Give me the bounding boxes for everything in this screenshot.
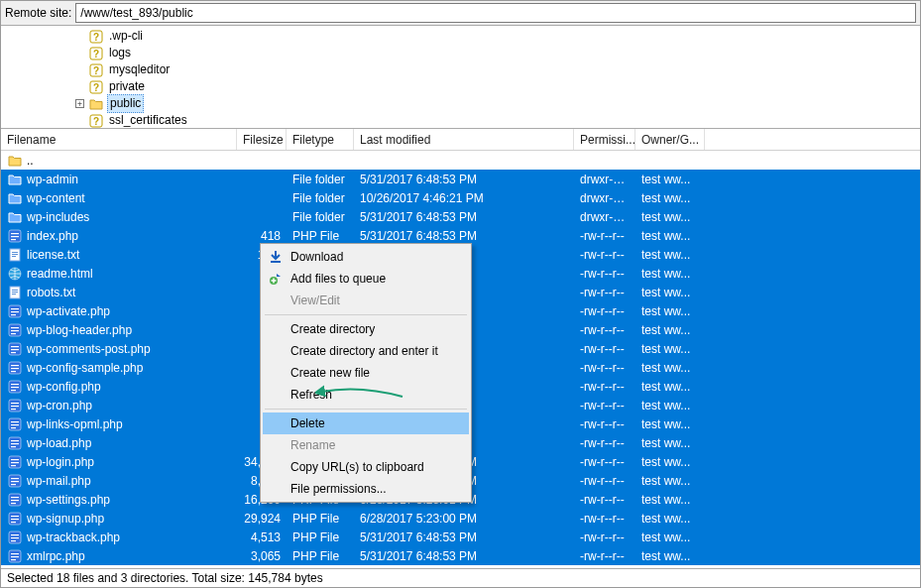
expand-icon[interactable]: +	[75, 99, 84, 108]
file-name-label: wp-signup.php	[27, 512, 104, 526]
menu-item-view-edit: View/Edit	[263, 290, 469, 311]
file-name-label: wp-activate.php	[27, 304, 110, 318]
svg-rect-64	[11, 497, 19, 498]
file-permissions-label: -rw-r--r--	[574, 530, 635, 544]
file-size-label: 418	[237, 229, 287, 243]
file-permissions-label: -rw-r--r--	[574, 474, 635, 488]
header-last-modified[interactable]: Last modified	[354, 129, 574, 150]
menu-item-rename: Rename	[263, 434, 469, 456]
php-icon	[7, 360, 23, 376]
svg-rect-60	[11, 478, 19, 479]
menu-item-file-permissions[interactable]: File permissions...	[263, 478, 469, 500]
file-owner-label: test ww...	[635, 455, 705, 469]
tree-node[interactable]: ?private	[1, 78, 920, 95]
folder-icon	[88, 96, 104, 112]
file-row[interactable]: xmlrpc.php3,065PHP File5/31/2017 6:48:53…	[1, 546, 920, 565]
tree-node[interactable]: +public	[1, 95, 920, 112]
header-filetype[interactable]: Filetype	[287, 129, 354, 150]
svg-rect-49	[11, 424, 19, 425]
file-row[interactable]: wp-trackback.php4,513PHP File5/31/2017 6…	[1, 528, 920, 546]
menu-item-refresh[interactable]: Refresh	[263, 384, 469, 406]
menu-item-download[interactable]: Download	[263, 246, 469, 268]
file-modified-label: 6/28/2017 5:23:00 PM	[354, 512, 574, 526]
php-icon	[7, 341, 23, 357]
file-name-label: wp-load.php	[27, 436, 91, 450]
svg-text:?: ?	[93, 82, 99, 93]
svg-rect-30	[11, 333, 16, 334]
svg-rect-54	[11, 446, 16, 447]
file-list-header[interactable]: Filename Filesize Filetype Last modified…	[1, 129, 920, 151]
file-name-label: readme.html	[27, 267, 93, 281]
svg-rect-45	[11, 406, 19, 407]
menu-item-label: Rename	[290, 438, 335, 452]
svg-rect-68	[11, 516, 19, 517]
menu-item-copy-url-s-to-clipboard[interactable]: Copy URL(s) to clipboard	[263, 456, 469, 478]
tree-node[interactable]: ?logs	[1, 45, 920, 61]
file-size-label: 4,513	[237, 530, 287, 544]
file-row[interactable]: wp-contentFile folder10/26/2017 4:46:21 …	[1, 188, 920, 207]
file-name-label: wp-links-opml.php	[27, 417, 123, 431]
php-icon	[7, 529, 23, 545]
svg-rect-32	[11, 346, 19, 347]
svg-text:?: ?	[93, 116, 99, 127]
tree-node-label: mysqleditor	[107, 61, 172, 78]
remote-path-bar: Remote site:	[1, 1, 920, 26]
tree-node[interactable]: ?ssl_certificates	[1, 112, 920, 129]
file-owner-label: test ww...	[635, 323, 705, 337]
php-icon	[7, 228, 23, 244]
menu-item-label: File permissions...	[290, 482, 387, 496]
file-owner-label: test ww...	[635, 361, 705, 375]
svg-rect-58	[11, 465, 16, 466]
unknown-folder-icon: ?	[88, 113, 104, 129]
status-bar: Selected 18 files and 3 directories. Tot…	[1, 568, 920, 587]
svg-rect-61	[11, 481, 19, 482]
parent-dir-row[interactable]: ..	[1, 151, 920, 170]
file-owner-label: test ww...	[635, 380, 705, 394]
svg-rect-13	[11, 239, 16, 240]
tree-node[interactable]: ?.wp-cli	[1, 28, 920, 45]
file-owner-label: test ww...	[635, 210, 705, 224]
file-owner-label: test ww...	[635, 286, 705, 299]
php-icon	[7, 398, 23, 413]
menu-item-delete[interactable]: Delete	[263, 412, 469, 434]
file-name-label: ..	[27, 154, 34, 168]
svg-rect-52	[11, 440, 19, 441]
svg-rect-21	[12, 292, 18, 293]
svg-rect-78	[11, 559, 16, 560]
tree-node-label: public	[107, 94, 144, 113]
file-row[interactable]: wp-includesFile folder5/31/2017 6:48:53 …	[1, 207, 920, 226]
svg-text:?: ?	[93, 65, 99, 76]
file-permissions-label: -rw-r--r--	[574, 267, 635, 281]
file-owner-label: test ww...	[635, 191, 705, 205]
menu-item-label: Delete	[290, 416, 325, 430]
file-name-label: wp-cron.php	[27, 399, 92, 412]
svg-rect-53	[11, 443, 19, 444]
file-permissions-label: -rw-r--r--	[574, 361, 635, 375]
file-row[interactable]: wp-signup.php29,924PHP File6/28/2017 5:2…	[1, 509, 920, 528]
header-filesize[interactable]: Filesize	[237, 129, 287, 150]
file-row[interactable]: wp-adminFile folder5/31/2017 6:48:53 PMd…	[1, 170, 920, 188]
context-menu: DownloadAdd files to queueView/EditCreat…	[260, 243, 472, 503]
menu-item-add-files-to-queue[interactable]: Add files to queue	[263, 268, 469, 290]
tree-node-label: private	[107, 78, 147, 95]
menu-item-create-directory-and-enter-it[interactable]: Create directory and enter it	[263, 340, 469, 362]
header-owner[interactable]: Owner/G...	[635, 129, 705, 150]
remote-directory-tree[interactable]: ?.wp-cli?logs?mysqleditor?private+public…	[1, 26, 920, 129]
tree-node-label: .wp-cli	[107, 28, 145, 45]
header-permissions[interactable]: Permissi...	[574, 129, 635, 150]
menu-item-create-directory[interactable]: Create directory	[263, 318, 469, 340]
file-type-label: PHP File	[287, 512, 354, 526]
file-permissions-label: -rw-r--r--	[574, 417, 635, 431]
file-modified-label: 10/26/2017 4:46:21 PM	[354, 191, 574, 205]
add-icon	[267, 272, 285, 286]
svg-rect-65	[11, 500, 19, 501]
folder-icon	[7, 190, 23, 206]
header-filename[interactable]: Filename	[1, 129, 237, 150]
php-icon	[7, 379, 23, 395]
tree-node[interactable]: ?mysqleditor	[1, 61, 920, 78]
remote-path-input[interactable]	[75, 3, 916, 23]
file-owner-label: test ww...	[635, 549, 705, 563]
menu-item-create-new-file[interactable]: Create new file	[263, 362, 469, 384]
file-type-label: PHP File	[287, 530, 354, 544]
svg-rect-25	[11, 311, 19, 312]
